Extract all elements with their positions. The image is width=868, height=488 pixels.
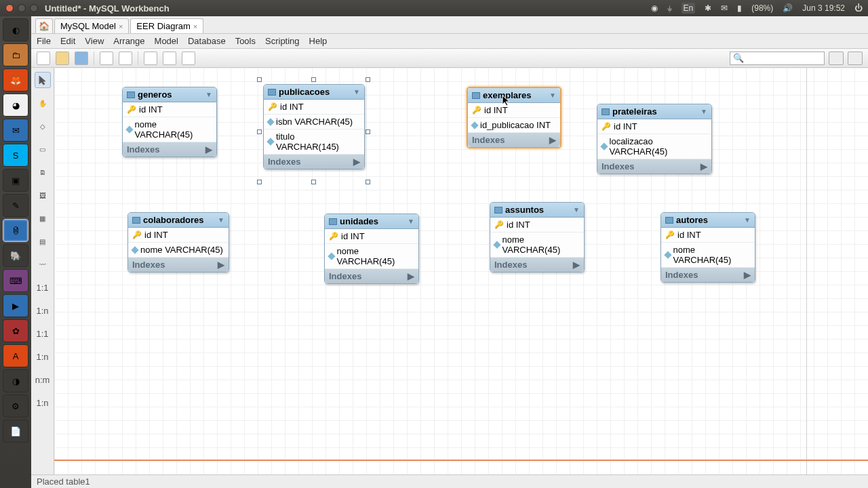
table-unidades[interactable]: unidades▼ 🔑id INT nome VARCHAR(45) Index… (324, 214, 419, 284)
expand-icon[interactable]: ▶ (744, 270, 751, 280)
collapse-icon[interactable]: ▼ (549, 92, 556, 99)
image-tool[interactable]: 🖼 (35, 187, 51, 203)
expand-icon[interactable]: ▶ (701, 161, 707, 171)
relation-n-m[interactable]: n:m (35, 371, 51, 388)
relation-1-n-existing[interactable]: 1:n (35, 394, 51, 411)
resize-handle[interactable] (366, 129, 370, 134)
layer-tool[interactable]: ▭ (35, 141, 51, 157)
redo-button[interactable] (119, 52, 132, 65)
keyboard-icon[interactable]: ⌨ (3, 269, 28, 292)
routine-tool[interactable]: 〰 (35, 256, 51, 272)
expand-icon[interactable]: ▶ (573, 260, 580, 270)
libreoffice-icon[interactable]: 📄 (3, 420, 28, 443)
tab-eer-diagram[interactable]: EER Diagram × (130, 18, 203, 33)
collapse-icon[interactable]: ▼ (408, 218, 414, 225)
wifi-icon[interactable]: ⏚ (667, 3, 672, 13)
battery-icon[interactable]: ▮ (737, 3, 742, 13)
firefox-icon[interactable]: 🦊 (3, 68, 28, 92)
hand-tool[interactable]: ✋ (35, 95, 51, 111)
expand-icon[interactable]: ▶ (353, 157, 360, 167)
table-tool[interactable]: ▦ (35, 210, 51, 226)
window-minimize-button[interactable] (18, 4, 26, 12)
menu-model[interactable]: Model (155, 36, 178, 46)
expand-icon[interactable]: ▶ (549, 135, 556, 145)
resize-handle[interactable] (257, 129, 262, 134)
tool-button-3[interactable] (182, 52, 195, 65)
home-tab[interactable]: 🏠 (35, 18, 53, 33)
collapse-icon[interactable]: ▼ (205, 91, 212, 98)
window-maximize-button[interactable] (30, 4, 38, 12)
table-exemplares[interactable]: exemplares▼ 🔑id INT id_publicacao INT In… (467, 87, 561, 148)
tool-button-2[interactable] (163, 52, 176, 65)
new-file-button[interactable] (37, 52, 50, 65)
eraser-tool[interactable]: ◇ (35, 118, 51, 134)
panel-toggle-left[interactable] (829, 52, 844, 65)
resize-handle[interactable] (311, 77, 316, 82)
tool-button-1[interactable] (144, 52, 157, 65)
pgadmin-icon[interactable]: 🐘 (3, 244, 28, 267)
gimp-icon[interactable]: ✿ (3, 319, 28, 342)
undo-button[interactable] (100, 52, 113, 65)
expand-icon[interactable]: ▶ (218, 260, 224, 270)
view-tool[interactable]: ▤ (35, 233, 51, 249)
collapse-icon[interactable]: ▼ (701, 108, 707, 115)
relation-1-n-nonid[interactable]: 1:n (35, 302, 51, 319)
table-prateleiras[interactable]: prateleiras▼ 🔑id INT localizacao VARCHAR… (597, 104, 712, 174)
color-picker-icon[interactable]: ◑ (3, 369, 28, 392)
collapse-icon[interactable]: ▼ (353, 88, 360, 96)
keyboard-lang[interactable]: En (682, 3, 696, 14)
tab-mysql-model[interactable]: MySQL Model × (54, 18, 129, 33)
software-center-icon[interactable]: A (3, 344, 28, 367)
relation-1-1-nonid[interactable]: 1:1 (35, 279, 51, 296)
select-tool[interactable] (35, 72, 51, 88)
dash-icon[interactable]: ◐ (3, 18, 28, 41)
menu-scripting[interactable]: Scripting (265, 36, 300, 46)
window-close-button[interactable] (5, 4, 14, 12)
collapse-icon[interactable]: ▼ (218, 216, 224, 224)
collapse-icon[interactable]: ▼ (573, 206, 580, 214)
volume-icon[interactable]: 🔊 (783, 3, 793, 13)
table-generos[interactable]: generos▼ 🔑id INT nome VARCHAR(45) Indexe… (122, 87, 217, 157)
mail-icon[interactable]: ✉ (721, 3, 728, 13)
save-file-button[interactable] (75, 52, 88, 65)
panel-toggle-right[interactable] (848, 52, 863, 65)
editor-icon[interactable]: ✎ (3, 194, 28, 217)
table-autores[interactable]: autores▼ 🔑id INT nome VARCHAR(45) Indexe… (660, 212, 755, 283)
screencast-icon[interactable]: ◉ (651, 3, 658, 13)
resize-handle[interactable] (311, 180, 316, 184)
mysql-workbench-icon[interactable]: 🛢 (3, 219, 28, 242)
bluetooth-icon[interactable]: ✱ (705, 3, 711, 13)
search-input[interactable]: 🔍 (730, 52, 825, 65)
session-icon[interactable]: ⏻ (854, 3, 863, 13)
tab-close-icon[interactable]: × (193, 22, 197, 30)
eer-canvas[interactable]: generos▼ 🔑id INT nome VARCHAR(45) Indexe… (54, 68, 868, 474)
media-player-icon[interactable]: ▶ (3, 294, 28, 317)
expand-icon[interactable]: ▶ (205, 144, 212, 155)
resize-handle[interactable] (257, 180, 262, 184)
table-publicacoes[interactable]: publicacoes▼ 🔑id INT isbn VARCHAR(45) ti… (263, 84, 365, 169)
collapse-icon[interactable]: ▼ (744, 216, 751, 224)
menu-tools[interactable]: Tools (235, 36, 256, 46)
menu-file[interactable]: File (37, 36, 51, 46)
tab-close-icon[interactable]: × (119, 22, 123, 30)
resize-handle[interactable] (257, 77, 262, 82)
menu-database[interactable]: Database (188, 36, 226, 46)
relation-1-n-id[interactable]: 1:n (35, 348, 51, 365)
skype-icon[interactable]: S (3, 144, 28, 167)
menu-edit[interactable]: Edit (60, 36, 75, 46)
chrome-icon[interactable]: ◕ (3, 94, 28, 117)
menu-help[interactable]: Help (309, 36, 328, 46)
table-assuntos[interactable]: assuntos▼ 🔑id INT nome VARCHAR(45) Index… (490, 202, 585, 272)
note-tool[interactable]: 🗎 (35, 164, 51, 180)
menu-arrange[interactable]: Arrange (113, 36, 144, 46)
relation-1-1-id[interactable]: 1:1 (35, 325, 51, 342)
resize-handle[interactable] (366, 180, 370, 184)
table-colaboradores[interactable]: colaboradores▼ 🔑id INT nome VARCHAR(45) … (127, 212, 229, 272)
settings-icon[interactable]: ⚙ (3, 394, 28, 418)
clock[interactable]: Jun 3 19:52 (802, 3, 845, 13)
virtualbox-icon[interactable]: ▣ (3, 169, 28, 192)
open-file-button[interactable] (56, 52, 69, 65)
resize-handle[interactable] (366, 77, 370, 82)
menu-view[interactable]: View (85, 36, 104, 46)
files-icon[interactable]: 🗀 (3, 43, 28, 66)
